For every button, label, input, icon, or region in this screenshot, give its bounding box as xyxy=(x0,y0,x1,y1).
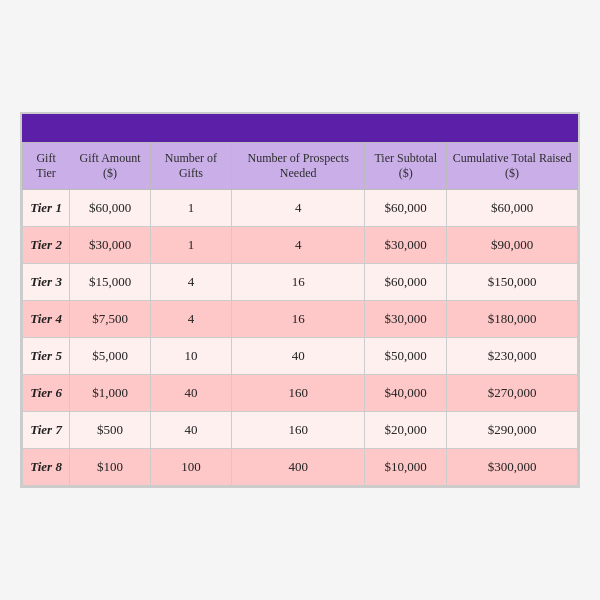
table-cell: Tier 6 xyxy=(23,375,70,412)
table-cell: $15,000 xyxy=(70,264,151,301)
table-row: Tier 3$15,000416$60,000$150,000 xyxy=(23,264,578,301)
table-cell: 1 xyxy=(150,227,231,264)
col-cumulative-total: Cumulative Total Raised ($) xyxy=(447,143,578,190)
table-cell: 1 xyxy=(150,190,231,227)
table-cell: 100 xyxy=(150,449,231,486)
col-prospects-needed: Number of Prospects Needed xyxy=(232,143,365,190)
table-cell: 4 xyxy=(150,264,231,301)
table-cell: $60,000 xyxy=(447,190,578,227)
table-row: Tier 7$50040160$20,000$290,000 xyxy=(23,412,578,449)
table-cell: $100 xyxy=(70,449,151,486)
table-cell: $40,000 xyxy=(365,375,447,412)
fundraising-table: Gift Tier Gift Amount ($) Number of Gift… xyxy=(22,142,578,486)
table-cell: $300,000 xyxy=(447,449,578,486)
table-cell: $5,000 xyxy=(70,338,151,375)
table-cell: 40 xyxy=(232,338,365,375)
table-row: Tier 5$5,0001040$50,000$230,000 xyxy=(23,338,578,375)
table-row: Tier 4$7,500416$30,000$180,000 xyxy=(23,301,578,338)
table-cell: $150,000 xyxy=(447,264,578,301)
table-cell: $90,000 xyxy=(447,227,578,264)
table-cell: Tier 4 xyxy=(23,301,70,338)
table-cell: $30,000 xyxy=(70,227,151,264)
table-cell: Tier 3 xyxy=(23,264,70,301)
col-number-of-gifts: Number of Gifts xyxy=(150,143,231,190)
table-cell: $230,000 xyxy=(447,338,578,375)
table-cell: 4 xyxy=(232,227,365,264)
table-cell: $30,000 xyxy=(365,301,447,338)
col-tier-subtotal: Tier Subtotal ($) xyxy=(365,143,447,190)
table-cell: 40 xyxy=(150,412,231,449)
table-row: Tier 8$100100400$10,000$300,000 xyxy=(23,449,578,486)
table-cell: $30,000 xyxy=(365,227,447,264)
fundraising-table-container: Gift Tier Gift Amount ($) Number of Gift… xyxy=(20,112,580,488)
table-cell: $290,000 xyxy=(447,412,578,449)
table-cell: $270,000 xyxy=(447,375,578,412)
table-cell: 4 xyxy=(150,301,231,338)
table-row: Tier 2$30,00014$30,000$90,000 xyxy=(23,227,578,264)
col-gift-tier: Gift Tier xyxy=(23,143,70,190)
table-cell: $500 xyxy=(70,412,151,449)
table-cell: $20,000 xyxy=(365,412,447,449)
table-cell: $60,000 xyxy=(70,190,151,227)
table-cell: $180,000 xyxy=(447,301,578,338)
table-cell: 10 xyxy=(150,338,231,375)
table-cell: 16 xyxy=(232,301,365,338)
table-cell: $7,500 xyxy=(70,301,151,338)
table-row: Tier 6$1,00040160$40,000$270,000 xyxy=(23,375,578,412)
table-cell: Tier 5 xyxy=(23,338,70,375)
table-cell: Tier 1 xyxy=(23,190,70,227)
table-body: Tier 1$60,00014$60,000$60,000Tier 2$30,0… xyxy=(23,190,578,486)
table-cell: $10,000 xyxy=(365,449,447,486)
page-title xyxy=(22,114,578,142)
table-cell: 16 xyxy=(232,264,365,301)
col-gift-amount: Gift Amount ($) xyxy=(70,143,151,190)
table-cell: $1,000 xyxy=(70,375,151,412)
table-cell: 400 xyxy=(232,449,365,486)
table-row: Tier 1$60,00014$60,000$60,000 xyxy=(23,190,578,227)
table-cell: 160 xyxy=(232,412,365,449)
table-cell: Tier 7 xyxy=(23,412,70,449)
table-cell: 40 xyxy=(150,375,231,412)
table-cell: $60,000 xyxy=(365,190,447,227)
table-cell: $50,000 xyxy=(365,338,447,375)
table-cell: Tier 8 xyxy=(23,449,70,486)
table-cell: 160 xyxy=(232,375,365,412)
table-cell: 4 xyxy=(232,190,365,227)
table-cell: $60,000 xyxy=(365,264,447,301)
table-cell: Tier 2 xyxy=(23,227,70,264)
table-header-row: Gift Tier Gift Amount ($) Number of Gift… xyxy=(23,143,578,190)
